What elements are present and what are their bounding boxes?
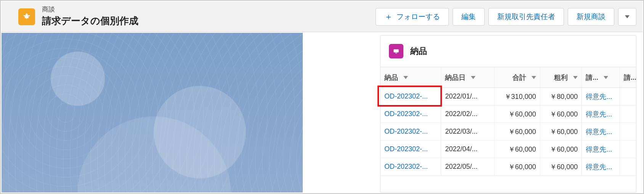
billing-link[interactable]: 得意先...	[586, 127, 612, 136]
cell-profit: ￥60,000	[540, 123, 582, 140]
panel-title: 納品	[410, 45, 427, 57]
col-total[interactable]: 合計	[495, 67, 540, 87]
chevron-down-icon	[471, 76, 475, 79]
cell-billing: 得意先...	[582, 105, 620, 123]
col-total-label: 合計	[512, 73, 526, 82]
new-opportunity-button[interactable]: 新規商談	[568, 8, 614, 26]
svg-rect-1	[395, 53, 397, 53]
cell-billing: 得意先...	[582, 123, 620, 140]
col-item-label: 納品	[384, 73, 398, 82]
col-billing-b[interactable]: 請...	[620, 67, 636, 87]
cell-billing-b	[620, 88, 636, 105]
table-row: OD-202302-...2022/01/...￥310,000￥80,000得…	[381, 88, 636, 105]
cell-date: 2022/05/...	[441, 158, 495, 175]
page-title: 請求データの個別作成	[42, 15, 138, 27]
cell-total: ￥310,000	[495, 88, 540, 105]
chevron-down-icon	[604, 76, 608, 79]
cell-item: OD-202302-...	[381, 123, 441, 140]
table-body: OD-202302-...2022/01/...￥310,000￥80,000得…	[381, 88, 636, 176]
delivery-icon	[389, 44, 403, 58]
plus-icon: ＋	[384, 13, 393, 21]
cell-billing: 得意先...	[582, 88, 620, 105]
new-contact-button[interactable]: 新規取引先責任者	[488, 8, 564, 26]
cell-billing-b	[620, 141, 636, 158]
col-date[interactable]: 納品日	[441, 67, 495, 87]
delivery-table: 納品 納品日 合計 粗利 請... 請... OD-202302-...2022…	[381, 67, 636, 176]
col-profit-label: 粗利	[554, 73, 568, 82]
cell-total: ￥60,000	[495, 158, 540, 175]
col-billing-b-label: 請...	[624, 73, 636, 82]
follow-button[interactable]: ＋ フォローする	[376, 8, 449, 26]
table-row: OD-202302-...2022/02/...￥60,000￥60,000得意…	[381, 105, 636, 123]
chevron-down-icon	[403, 76, 408, 79]
item-link[interactable]: OD-202302-...	[384, 128, 428, 136]
cell-billing: 得意先...	[582, 141, 620, 158]
cell-billing-b	[620, 158, 636, 175]
table-header: 納品 納品日 合計 粗利 請... 請...	[381, 67, 636, 88]
chevron-down-icon	[625, 15, 630, 18]
cell-profit: ￥80,000	[540, 88, 582, 105]
chevron-down-icon	[573, 76, 578, 79]
cell-item: OD-202302-...	[381, 105, 441, 123]
billing-link[interactable]: 得意先...	[586, 145, 612, 154]
cell-item: OD-202302-...	[381, 141, 441, 158]
opportunity-icon	[18, 8, 35, 25]
cell-billing-b	[620, 105, 636, 123]
cell-total: ￥60,000	[495, 105, 540, 123]
more-actions-button[interactable]	[618, 8, 636, 26]
cell-date: 2022/02/...	[441, 105, 495, 123]
table-row: OD-202302-...2022/04/...￥60,000￥60,000得意…	[381, 141, 636, 158]
billing-link[interactable]: 得意先...	[586, 162, 612, 171]
cell-date: 2022/03/...	[441, 123, 495, 140]
col-profit[interactable]: 粗利	[540, 67, 582, 87]
col-date-label: 納品日	[445, 73, 466, 82]
edit-button[interactable]: 編集	[453, 8, 485, 26]
col-item[interactable]: 納品	[381, 67, 441, 87]
item-link[interactable]: OD-202302-...	[384, 92, 428, 100]
cell-billing: 得意先...	[582, 158, 620, 175]
svg-rect-0	[393, 49, 398, 52]
cell-profit: ￥60,000	[540, 158, 582, 175]
table-row: OD-202302-...2022/03/...￥60,000￥60,000得意…	[381, 123, 636, 141]
item-link[interactable]: OD-202302-...	[384, 145, 428, 153]
item-link[interactable]: OD-202302-...	[384, 163, 428, 171]
cell-date: 2022/01/...	[441, 88, 495, 105]
item-link[interactable]: OD-202302-...	[384, 110, 428, 118]
billing-link[interactable]: 得意先...	[586, 92, 612, 101]
delivery-panel: 納品 納品 納品日 合計 粗利 請... 請... OD-202302-...2…	[380, 35, 636, 192]
follow-label: フォローする	[397, 12, 440, 22]
col-billing-a-label: 請...	[586, 73, 598, 82]
chevron-down-icon	[532, 76, 536, 79]
header-actions: ＋ フォローする 編集 新規取引先責任者 新規商談	[376, 8, 636, 26]
object-label: 商談	[42, 6, 138, 13]
col-billing-a[interactable]: 請...	[582, 67, 620, 87]
cell-item: OD-202302-...	[381, 88, 441, 105]
page-header: 商談 請求データの個別作成 ＋ フォローする 編集 新規取引先責任者 新規商談	[2, 2, 642, 32]
cell-total: ￥60,000	[495, 123, 540, 140]
cell-profit: ￥60,000	[540, 141, 582, 158]
billing-link[interactable]: 得意先...	[586, 110, 612, 119]
cell-item: OD-202302-...	[381, 158, 441, 175]
cell-profit: ￥60,000	[540, 105, 582, 123]
cell-billing-b	[620, 123, 636, 140]
table-row: OD-202302-...2022/05/...￥60,000￥60,000得意…	[381, 158, 636, 176]
cell-total: ￥60,000	[495, 141, 540, 158]
cell-date: 2022/04/...	[441, 141, 495, 158]
